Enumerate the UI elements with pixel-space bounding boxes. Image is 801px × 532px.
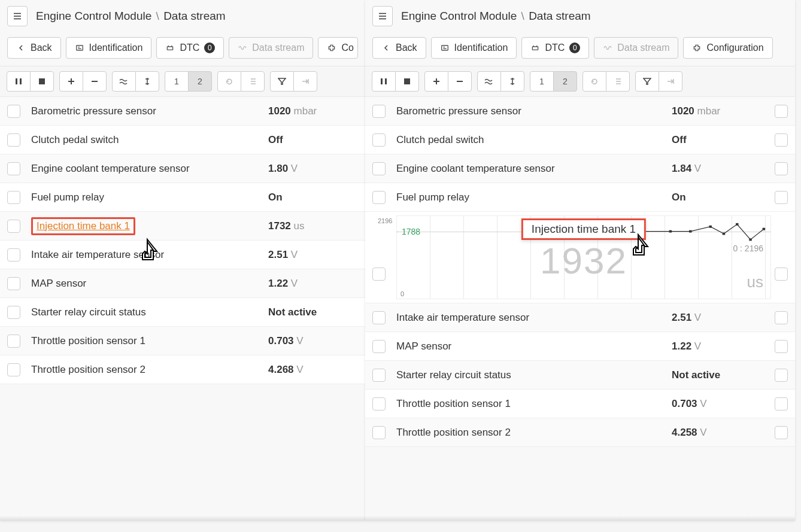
- row-value: 4.268 V: [268, 364, 358, 376]
- data-row[interactable]: Fuel pump relayOn: [0, 183, 365, 212]
- chart-area[interactable]: 2196 1788 Injection time bank 1 1932 0 :…: [396, 215, 771, 299]
- row-checkbox[interactable]: [7, 105, 20, 118]
- row-checkbox[interactable]: [7, 191, 20, 204]
- filter-button[interactable]: [635, 71, 659, 92]
- tab-identification[interactable]: Identification: [431, 37, 517, 59]
- data-row[interactable]: Starter relay circuit statusNot active: [365, 361, 795, 390]
- data-row[interactable]: Throttle position sensor 10.703 V: [0, 327, 365, 355]
- data-row[interactable]: Clutch pedal switchOff: [365, 126, 795, 154]
- data-row[interactable]: Clutch pedal switchOff: [0, 126, 365, 154]
- refresh-button[interactable]: [582, 71, 606, 92]
- id-icon: [75, 43, 84, 53]
- dtc-count-badge: 0: [204, 42, 215, 53]
- tab-dtc[interactable]: DTC 0: [156, 37, 224, 59]
- row-checkbox[interactable]: [7, 248, 20, 262]
- row-checkbox[interactable]: [7, 133, 20, 147]
- row-name: Barometric pressure sensor: [396, 105, 672, 117]
- data-row[interactable]: Injection time bank 11732 us: [0, 212, 365, 241]
- row-checkbox[interactable]: [7, 277, 20, 290]
- row-checkbox-end[interactable]: [775, 105, 788, 118]
- lines-button[interactable]: [112, 71, 136, 92]
- row-checkbox-end[interactable]: [775, 369, 788, 382]
- data-row[interactable]: Engine coolant temperature sensor1.80 V: [0, 154, 365, 183]
- data-row[interactable]: Throttle position sensor 10.703 V: [365, 390, 795, 418]
- pause-button[interactable]: [7, 71, 31, 92]
- menu-button[interactable]: [7, 6, 28, 26]
- data-row[interactable]: MAP sensor1.22 V: [365, 332, 795, 361]
- row-checkbox[interactable]: [372, 340, 386, 353]
- back-button[interactable]: Back: [372, 37, 426, 59]
- tab-dtc[interactable]: DTC 0: [521, 37, 589, 59]
- row-checkbox[interactable]: [7, 363, 20, 376]
- tab-datastream[interactable]: Data stream: [229, 37, 313, 59]
- tab-configuration[interactable]: Configuration: [683, 37, 772, 59]
- data-row[interactable]: Throttle position sensor 24.268 V: [0, 355, 365, 384]
- data-row[interactable]: Intake air temperature sensor2.51 V: [0, 241, 365, 269]
- row-checkbox[interactable]: [372, 397, 386, 411]
- row-checkbox-end[interactable]: [775, 340, 788, 353]
- row-checkbox[interactable]: [372, 426, 386, 439]
- row-name-link[interactable]: Injection time bank 1: [37, 220, 130, 232]
- data-row[interactable]: Intake air temperature sensor2.51 V: [365, 303, 795, 332]
- next-button[interactable]: [293, 71, 317, 92]
- next-button[interactable]: [659, 71, 682, 92]
- breadcrumb-page: Data stream: [529, 10, 590, 22]
- data-row[interactable]: Starter relay circuit statusNot active: [0, 298, 365, 327]
- row-checkbox[interactable]: [372, 311, 386, 324]
- plus-button[interactable]: [424, 71, 448, 92]
- plus-button[interactable]: [59, 71, 83, 92]
- col2-button[interactable]: 2: [188, 71, 212, 92]
- row-checkbox[interactable]: [7, 335, 20, 348]
- row-checkbox-end[interactable]: [775, 426, 788, 439]
- row-checkbox[interactable]: [372, 133, 386, 147]
- row-checkbox-end[interactable]: [775, 267, 788, 281]
- minus-button[interactable]: [448, 71, 472, 92]
- tab-configuration-truncated[interactable]: Co: [318, 37, 358, 59]
- row-checkbox-end[interactable]: [775, 311, 788, 324]
- row-checkbox-end[interactable]: [775, 397, 788, 411]
- row-checkbox[interactable]: [7, 220, 20, 233]
- stop-button[interactable]: [395, 71, 419, 92]
- col1-button[interactable]: 1: [165, 71, 189, 92]
- list-button[interactable]: [241, 71, 265, 92]
- data-row[interactable]: Barometric pressure sensor1020 mbar: [365, 97, 795, 126]
- scale-button[interactable]: [135, 71, 159, 92]
- row-checkbox[interactable]: [372, 369, 386, 382]
- lines-button[interactable]: [477, 71, 501, 92]
- row-checkbox[interactable]: [7, 306, 20, 319]
- data-row[interactable]: Engine coolant temperature sensor1.84 V: [365, 154, 795, 183]
- col2-button[interactable]: 2: [553, 71, 577, 92]
- svg-marker-45: [644, 78, 651, 84]
- col1-button[interactable]: 1: [530, 71, 554, 92]
- row-checkbox[interactable]: [7, 162, 20, 175]
- scale-button[interactable]: [500, 71, 524, 92]
- row-name: Starter relay circuit status: [396, 369, 672, 381]
- row-checkbox[interactable]: [372, 267, 386, 281]
- breadcrumb: Engine Control Module \ Data stream: [36, 10, 226, 23]
- data-row[interactable]: MAP sensor1.22 V: [0, 269, 365, 298]
- tab-identification[interactable]: Identification: [66, 37, 152, 59]
- pause-button[interactable]: [372, 71, 396, 92]
- row-checkbox[interactable]: [372, 105, 386, 118]
- dtc-icon: [165, 43, 175, 53]
- back-button[interactable]: Back: [7, 37, 61, 59]
- svg-rect-51: [709, 226, 711, 228]
- row-checkbox-end[interactable]: [775, 162, 788, 175]
- filter-button[interactable]: [270, 71, 294, 92]
- minus-button[interactable]: [83, 71, 107, 92]
- row-checkbox[interactable]: [372, 191, 386, 204]
- list-button[interactable]: [606, 71, 630, 92]
- data-row[interactable]: Barometric pressure sensor1020 mbar: [0, 97, 365, 126]
- data-row[interactable]: Fuel pump relayOn: [365, 183, 795, 212]
- svg-rect-6: [168, 47, 173, 50]
- row-name: Throttle position sensor 2: [31, 364, 268, 376]
- data-row[interactable]: Throttle position sensor 24.258 V: [365, 418, 795, 447]
- refresh-button[interactable]: [217, 71, 241, 92]
- row-checkbox[interactable]: [372, 162, 386, 175]
- menu-button[interactable]: [372, 6, 393, 26]
- row-checkbox-end[interactable]: [775, 133, 788, 147]
- row-checkbox-end[interactable]: [775, 191, 788, 204]
- id-icon: [440, 43, 450, 53]
- stop-button[interactable]: [30, 71, 54, 92]
- tab-datastream[interactable]: Data stream: [594, 37, 678, 59]
